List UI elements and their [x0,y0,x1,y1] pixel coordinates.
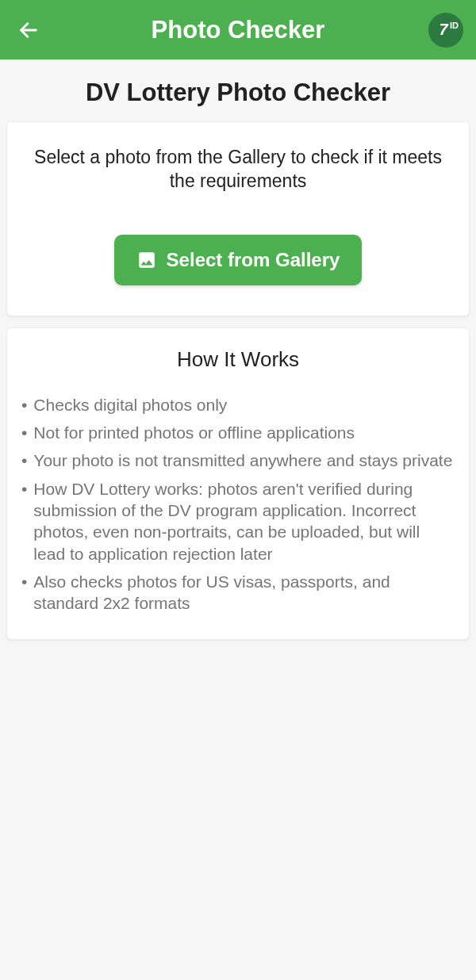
select-gallery-button[interactable]: Select from Gallery [114,235,363,285]
instruction-card: Select a photo from the Gallery to check… [6,121,470,316]
image-icon [136,250,157,270]
page-title: DV Lottery Photo Checker [0,78,476,107]
back-button[interactable] [13,14,44,46]
arrow-left-icon [17,19,40,41]
instruction-text: Select a photo from the Gallery to check… [25,146,451,193]
list-item: •Your photo is not transmitted anywhere … [21,450,455,471]
list-item: •Not for printed photos or offline appli… [21,422,455,443]
how-it-works-card: How It Works •Checks digital photos only… [6,327,470,641]
select-gallery-label: Select from Gallery [167,249,340,271]
list-item: •Checks digital photos only [21,394,455,415]
app-logo[interactable]: 7 ID [428,13,463,48]
header-title: Photo Checker [152,16,325,44]
app-header: Photo Checker 7 ID [0,0,476,59]
list-item: •Also checks photos for US visas, passpo… [21,571,455,614]
how-it-works-title: How It Works [21,347,455,372]
list-item: •How DV Lottery works: photos aren't ver… [21,478,455,565]
how-it-works-list: •Checks digital photos only •Not for pri… [21,394,455,614]
logo-sub-text: ID [450,21,459,30]
logo-main-text: 7 [439,21,447,39]
